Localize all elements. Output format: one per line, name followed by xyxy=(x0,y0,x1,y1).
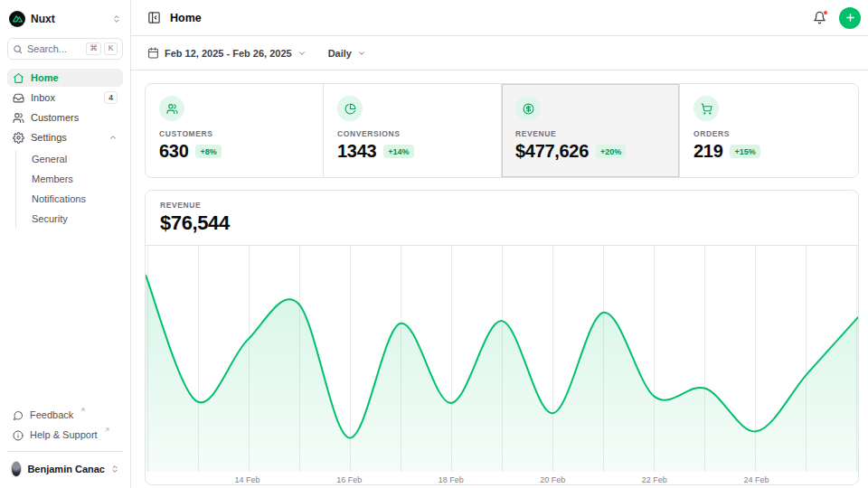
sidebar-subitem-label: Notifications xyxy=(32,193,86,204)
x-tick-label: 24 Feb xyxy=(743,475,769,484)
x-tick-label: 20 Feb xyxy=(540,475,565,484)
period-value: Daily xyxy=(328,48,352,59)
message-circle-icon xyxy=(13,410,24,421)
app-window: Nuxt Search... ⌘K Home xyxy=(0,0,868,488)
avatar xyxy=(11,461,22,477)
workspace-name: Nuxt xyxy=(31,13,55,25)
stat-label: CUSTOMERS xyxy=(159,129,309,138)
date-range-picker[interactable]: Feb 12, 2025 - Feb 26, 2025 xyxy=(147,47,307,59)
sidebar-subitem-label: Members xyxy=(32,174,73,184)
stat-card-customers[interactable]: CUSTOMERS 630 +8% xyxy=(146,84,324,177)
search-input[interactable]: Search... ⌘K xyxy=(7,38,123,60)
sidebar-item-general[interactable]: General xyxy=(16,150,123,168)
sidebar-item-label: Settings xyxy=(31,132,67,143)
feedback-link[interactable]: Feedback xyxy=(7,408,123,426)
sidebar-spacer xyxy=(0,230,130,408)
filters-toolbar: Feb 12, 2025 - Feb 26, 2025 Daily xyxy=(131,36,868,70)
user-name: Benjamin Canac xyxy=(27,464,105,474)
plus-icon xyxy=(844,12,856,23)
sidebar-item-home[interactable]: Home xyxy=(7,69,123,87)
arrow-up-right-icon xyxy=(104,427,110,433)
stat-delta-badge: +14% xyxy=(383,145,413,158)
help-support-link[interactable]: Help & Support xyxy=(7,427,123,446)
stat-card-orders[interactable]: ORDERS 219 +15% xyxy=(680,84,858,177)
gear-icon xyxy=(13,132,24,144)
stat-label: REVENUE xyxy=(515,129,665,138)
stat-value: $477,626 xyxy=(515,141,589,162)
users-icon xyxy=(13,112,24,124)
stat-delta-badge: +15% xyxy=(730,145,760,158)
dashboard-content: CUSTOMERS 630 +8% CONVERSIONS 1343 +14% xyxy=(131,70,868,488)
stat-card-conversions[interactable]: CONVERSIONS 1343 +14% xyxy=(324,84,502,177)
kbd-cmd: ⌘ xyxy=(86,42,102,54)
cart-icon xyxy=(693,96,719,121)
sidebar-nav: Home Inbox 4 Customers Settings xyxy=(0,69,130,230)
stat-card-revenue[interactable]: REVENUE $477,626 +20% xyxy=(502,84,680,177)
sidebar-item-notifications[interactable]: Notifications xyxy=(16,190,123,208)
stat-label: CONVERSIONS xyxy=(337,129,487,138)
revenue-area-chart[interactable] xyxy=(146,246,858,472)
sidebar-item-label: Customers xyxy=(31,112,79,123)
footer-link-label: Feedback xyxy=(30,409,73,420)
calendar-icon xyxy=(147,47,159,59)
pie-chart-icon xyxy=(337,96,363,121)
home-icon xyxy=(13,72,24,84)
sidebar-item-settings[interactable]: Settings xyxy=(7,128,123,146)
chevron-up-down-icon xyxy=(110,465,119,474)
inbox-count-badge: 4 xyxy=(104,91,118,104)
stat-delta-badge: +20% xyxy=(596,145,626,158)
stat-label: ORDERS xyxy=(693,129,844,138)
sidebar-item-inbox[interactable]: Inbox 4 xyxy=(7,89,123,107)
chevron-down-icon xyxy=(357,49,366,58)
header-actions xyxy=(811,7,861,29)
chevron-up-icon xyxy=(108,133,118,142)
stat-delta-badge: +8% xyxy=(195,145,221,158)
chart-total-value: $76,544 xyxy=(160,211,844,235)
users-icon xyxy=(159,96,184,121)
page-title: Home xyxy=(170,12,202,24)
circle-dollar-icon xyxy=(515,96,541,121)
x-tick-label: 22 Feb xyxy=(642,475,667,484)
sidebar-item-label: Home xyxy=(31,72,59,83)
period-select[interactable]: Daily xyxy=(328,48,366,59)
kbd-k: K xyxy=(104,42,118,54)
x-tick-label: 14 Feb xyxy=(235,475,260,484)
revenue-chart-card: REVENUE $76,544 xyxy=(145,190,859,485)
sidebar-item-security[interactable]: Security xyxy=(16,210,123,228)
footer-link-label: Help & Support xyxy=(30,429,98,440)
stat-value: 630 xyxy=(159,141,188,162)
user-menu[interactable]: Benjamin Canac xyxy=(7,459,123,479)
sidebar-item-members[interactable]: Members xyxy=(16,170,123,188)
sidebar-subitem-label: General xyxy=(32,154,67,164)
x-axis-labels: 14 Feb 16 Feb 18 Feb 20 Feb 22 Feb 24 Fe… xyxy=(146,472,858,485)
info-circle-icon xyxy=(13,430,24,441)
settings-submenu: General Members Notifications Security xyxy=(15,150,123,228)
sidebar-footer-links: Feedback Help & Support xyxy=(0,408,130,457)
x-tick-label: 16 Feb xyxy=(336,475,362,484)
sidebar-collapse-button[interactable] xyxy=(147,11,161,24)
stat-value: 1343 xyxy=(337,141,376,162)
nuxt-logo-icon xyxy=(9,11,25,27)
inbox-icon xyxy=(13,92,24,104)
notification-dot xyxy=(823,10,828,15)
sidebar-item-label: Inbox xyxy=(31,92,55,103)
search-icon xyxy=(13,44,23,54)
sidebar-item-customers[interactable]: Customers xyxy=(7,108,123,127)
search-kbd-shortcut: ⌘K xyxy=(86,42,118,54)
sidebar: Nuxt Search... ⌘K Home xyxy=(0,0,131,488)
arrow-up-right-icon xyxy=(80,407,86,413)
add-button[interactable] xyxy=(839,7,861,29)
search-placeholder: Search... xyxy=(27,43,67,54)
sidebar-divider xyxy=(7,451,123,452)
stat-value: 219 xyxy=(693,141,722,162)
chevron-up-down-icon xyxy=(112,14,121,23)
date-range-value: Feb 12, 2025 - Feb 26, 2025 xyxy=(165,48,292,59)
sidebar-subitem-label: Security xyxy=(32,213,68,224)
x-tick-label: 18 Feb xyxy=(439,475,464,484)
notifications-button[interactable] xyxy=(811,9,828,26)
chevron-down-icon xyxy=(297,49,307,58)
main-panel: Home Feb 12, 2025 - Feb 26, 2025 xyxy=(131,0,868,488)
chart-body: 14 Feb 16 Feb 18 Feb 20 Feb 22 Feb 24 Fe… xyxy=(146,246,858,485)
workspace-switcher[interactable]: Nuxt xyxy=(7,9,123,29)
chart-title: REVENUE xyxy=(160,201,844,210)
